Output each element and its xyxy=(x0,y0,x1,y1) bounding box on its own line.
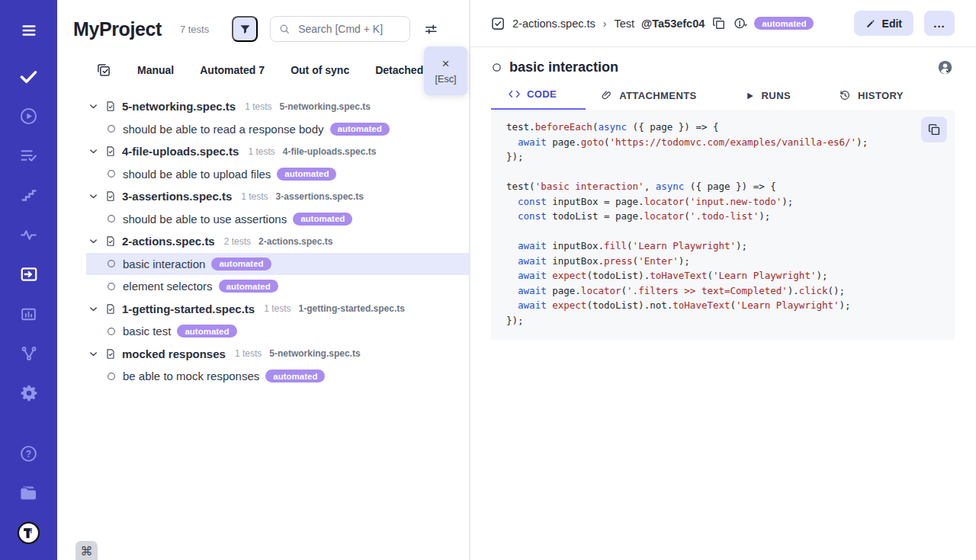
test-plans-icon[interactable] xyxy=(14,140,44,171)
spec-file-path: 1-getting-started.spec.ts xyxy=(299,303,405,314)
test-status-icon xyxy=(106,371,117,382)
spec-file-path: 2-actions.spec.ts xyxy=(258,236,332,247)
test-row[interactable]: be able to mock responses automated xyxy=(57,365,469,388)
play-icon xyxy=(745,91,755,101)
test-title: be able to mock responses xyxy=(123,370,259,382)
spec-file-test-count: 1 tests xyxy=(248,146,274,157)
automated-badge: automated xyxy=(219,280,278,293)
testomat-logo[interactable] xyxy=(14,517,44,548)
spec-file-path: 4-file-uploads.spec.ts xyxy=(283,146,377,157)
spec-file-row[interactable]: 3-assertions.spec.ts 1 tests 3-assertion… xyxy=(57,185,469,208)
tests-count: 7 tests xyxy=(180,24,209,35)
chevron-down-icon[interactable] xyxy=(88,348,99,360)
test-row[interactable]: basic interaction automated xyxy=(86,253,469,276)
chevron-down-icon[interactable] xyxy=(88,101,99,112)
automated-badge: automated xyxy=(277,168,336,181)
breadcrumb-file[interactable]: 2-actions.spec.ts xyxy=(512,18,596,30)
spec-file-icon xyxy=(104,145,117,158)
tab-attachments[interactable]: ATTACHMENTS xyxy=(601,89,696,110)
test-status-icon xyxy=(106,213,117,224)
test-row[interactable]: should be able to read a response body a… xyxy=(57,118,469,141)
test-tree: 5-networking.spec.ts 1 tests 5-networkin… xyxy=(57,95,469,388)
bulk-select-icon[interactable] xyxy=(96,62,111,78)
chevron-down-icon[interactable] xyxy=(88,146,99,157)
automated-badge: automated xyxy=(754,17,814,30)
help-icon[interactable]: ? xyxy=(14,438,44,469)
automated-badge: automated xyxy=(177,325,236,338)
tab-out-of-sync[interactable]: Out of sync xyxy=(291,64,349,76)
test-title: element selectors xyxy=(123,280,213,293)
search-input[interactable] xyxy=(297,22,402,36)
edit-button[interactable]: Edit xyxy=(854,11,913,36)
view-options-icon[interactable] xyxy=(424,22,438,37)
esc-hint: [Esc] xyxy=(435,74,457,85)
tab-runs[interactable]: RUNS xyxy=(745,90,791,110)
spec-file-test-count: 2 tests xyxy=(224,236,251,247)
test-title: basic interaction xyxy=(123,258,205,270)
chevron-down-icon[interactable] xyxy=(88,190,99,202)
more-actions-button[interactable]: ... xyxy=(924,11,955,36)
tests-icon[interactable] xyxy=(14,61,44,91)
assignee-avatar-icon[interactable] xyxy=(937,59,953,75)
test-title: should be able to use assertions xyxy=(123,213,287,226)
spec-file-icon xyxy=(104,235,117,248)
test-row[interactable]: element selectors automated xyxy=(57,275,469,298)
runs-icon[interactable] xyxy=(14,101,44,131)
test-detail-panel: 2-actions.spec.ts › Test @Ta53efc04 auto… xyxy=(469,0,976,560)
clock-alert-icon[interactable] xyxy=(733,16,747,30)
tab-code[interactable]: CODE xyxy=(491,88,586,110)
menu-icon[interactable] xyxy=(14,15,44,46)
close-icon[interactable]: × xyxy=(442,57,450,70)
close-popup: × [Esc] xyxy=(424,46,467,95)
tests-panel-header: MyProject 7 tests Manual Automa xyxy=(57,0,469,78)
spec-file-row[interactable]: 1-getting-started.spec.ts 1 tests 1-gett… xyxy=(57,298,469,321)
pulse-icon[interactable] xyxy=(14,219,44,250)
automated-badge: automated xyxy=(293,213,352,226)
copy-id-icon[interactable] xyxy=(711,16,726,30)
spec-file-name: 4-file-uploads.spec.ts xyxy=(122,145,239,158)
code-icon xyxy=(509,89,520,99)
detail-header: 2-actions.spec.ts › Test @Ta53efc04 auto… xyxy=(470,0,976,47)
spec-file-test-count: 1 tests xyxy=(235,348,262,359)
spec-file-icon xyxy=(104,190,117,203)
projects-folder-icon[interactable] xyxy=(14,478,44,508)
breadcrumb-separator: › xyxy=(603,18,607,30)
chevron-down-icon[interactable] xyxy=(88,235,99,247)
funnel-icon xyxy=(239,23,252,36)
command-key-button[interactable]: ⌘ xyxy=(75,541,98,560)
tab-detached[interactable]: Detached xyxy=(375,64,423,76)
settings-icon[interactable] xyxy=(14,378,44,408)
test-title-row: basic interaction xyxy=(470,47,976,75)
tab-manual[interactable]: Manual xyxy=(137,64,174,76)
test-title: should be able to upload files xyxy=(123,168,271,181)
test-status-icon xyxy=(106,258,117,269)
spec-file-row[interactable]: 4-file-uploads.spec.ts 1 tests 4-file-up… xyxy=(57,140,469,163)
test-row[interactable]: should be able to use assertions automat… xyxy=(57,208,469,231)
tab-history[interactable]: HISTORY xyxy=(839,89,904,110)
test-status-icon xyxy=(106,281,117,292)
test-title: should be able to read a response body xyxy=(123,123,324,136)
filter-button[interactable] xyxy=(232,16,258,42)
steps-icon[interactable] xyxy=(14,180,44,210)
spec-file-test-count: 1 tests xyxy=(245,101,271,112)
copy-code-button[interactable] xyxy=(921,117,947,142)
detail-tabs: CODE ATTACHMENTS RUNS HISTORY xyxy=(470,88,976,110)
test-row[interactable]: should be able to upload files automated xyxy=(57,163,469,186)
import-icon[interactable] xyxy=(14,259,44,290)
spec-file-row[interactable]: 5-networking.spec.ts 1 tests 5-networkin… xyxy=(57,95,469,118)
branches-icon[interactable] xyxy=(14,338,44,369)
test-row[interactable]: basic test automated xyxy=(57,320,469,343)
spec-file-row[interactable]: mocked responses 1 tests 5-networking.sp… xyxy=(57,343,469,366)
code-block: test.beforeEach(async ({ page }) => { aw… xyxy=(491,110,955,340)
spec-file-row[interactable]: 2-actions.spec.ts 2 tests 2-actions.spec… xyxy=(57,230,469,253)
spec-file-name: 2-actions.spec.ts xyxy=(122,235,215,248)
spec-file-path: 5-networking.spec.ts xyxy=(269,348,360,359)
tab-automated[interactable]: Automated7 xyxy=(200,64,265,76)
spec-file-icon xyxy=(104,100,117,113)
chevron-down-icon[interactable] xyxy=(88,303,99,315)
test-id: @Ta53efc04 xyxy=(641,18,705,30)
search-box[interactable] xyxy=(270,16,410,42)
spec-file-icon xyxy=(104,347,117,360)
reports-icon[interactable] xyxy=(14,299,44,329)
test-status-icon xyxy=(106,168,117,179)
